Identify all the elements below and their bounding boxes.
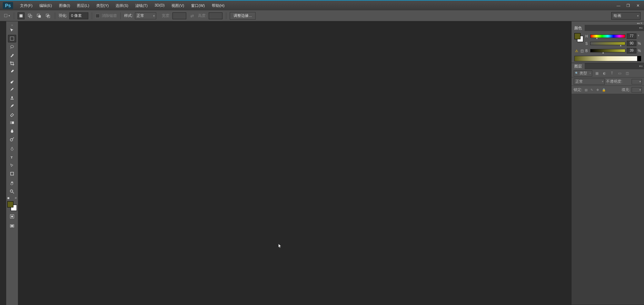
layers-tab[interactable]: 图层 bbox=[572, 63, 585, 70]
blur-tool[interactable] bbox=[8, 127, 16, 135]
menu-filter[interactable]: 滤镜(T) bbox=[132, 1, 151, 10]
filter-pixel-icon[interactable]: ▦ bbox=[594, 70, 600, 77]
blend-mode-select[interactable]: 正常 bbox=[574, 79, 605, 85]
menu-image[interactable]: 图像(I) bbox=[56, 1, 73, 10]
filter-adjust-icon[interactable]: ◐ bbox=[601, 70, 607, 77]
layers-panel: 图层 ▾≡ 类型÷ ▦ ◐ T ▭ ◫ 正常 不透明度: ▾ 锁定 bbox=[572, 63, 644, 305]
saturation-value[interactable]: 90 bbox=[627, 41, 636, 46]
websafe-icon[interactable]: ◫ bbox=[580, 49, 584, 53]
selection-add-icon[interactable] bbox=[27, 12, 33, 19]
saturation-unit: % bbox=[638, 42, 641, 45]
filter-text-icon[interactable]: T bbox=[609, 70, 615, 77]
menu-bar: 文件(F) 编辑(E) 图像(I) 图层(L) 类型(Y) 选择(S) 滤镜(T… bbox=[17, 1, 614, 10]
svg-rect-16 bbox=[11, 172, 14, 175]
quickmask-tool[interactable] bbox=[8, 213, 16, 220]
menu-file[interactable]: 文件(F) bbox=[17, 1, 36, 10]
brightness-slider[interactable] bbox=[590, 49, 625, 52]
toolbox: T ◼ ⤭ bbox=[6, 21, 18, 305]
selection-intersect-icon[interactable] bbox=[44, 12, 51, 19]
menu-layer[interactable]: 图层(L) bbox=[73, 1, 92, 10]
workspace-switcher[interactable]: 绘画 bbox=[611, 12, 641, 20]
selection-new-icon[interactable] bbox=[18, 12, 24, 19]
gamut-warning-icon[interactable]: ⚠ bbox=[574, 49, 578, 53]
eraser-tool[interactable] bbox=[8, 111, 16, 118]
layers-panel-menu-icon[interactable]: ▾≡ bbox=[638, 64, 644, 68]
menu-3d[interactable]: 3D(D) bbox=[151, 1, 168, 10]
selection-subtract-icon[interactable] bbox=[36, 12, 42, 19]
svg-point-19 bbox=[11, 215, 13, 217]
gradient-tool[interactable] bbox=[8, 119, 16, 126]
color-ramp[interactable] bbox=[574, 56, 641, 61]
filter-shape-icon[interactable]: ▭ bbox=[616, 70, 623, 77]
antialias-label: 消除锯齿 bbox=[102, 13, 117, 18]
close-button[interactable]: ✕ bbox=[633, 2, 643, 9]
panel-color-swatches[interactable] bbox=[574, 33, 583, 42]
style-label: 样式: bbox=[124, 13, 133, 18]
eyedropper-tool[interactable] bbox=[8, 68, 16, 75]
canvas-area[interactable] bbox=[18, 21, 572, 305]
color-tab[interactable]: 颜色 bbox=[572, 25, 585, 31]
saturation-slider[interactable] bbox=[590, 42, 625, 45]
minimize-button[interactable]: — bbox=[614, 2, 623, 9]
color-panel-menu-icon[interactable]: ▾≡ bbox=[638, 26, 644, 30]
healing-brush-tool[interactable] bbox=[8, 78, 16, 85]
dodge-tool[interactable] bbox=[8, 135, 16, 143]
menu-help[interactable]: 帮助(H) bbox=[208, 1, 228, 10]
style-select[interactable]: 正常 bbox=[135, 12, 156, 19]
layers-list[interactable] bbox=[572, 94, 644, 305]
hue-slider[interactable] bbox=[590, 34, 625, 38]
feather-input[interactable] bbox=[69, 12, 88, 19]
svg-text:T: T bbox=[11, 155, 13, 159]
move-tool[interactable] bbox=[8, 27, 16, 34]
menu-select[interactable]: 选择(S) bbox=[112, 1, 132, 10]
dock-collapse-handle[interactable]: ◂◂ ✕ bbox=[572, 21, 644, 25]
lock-transparency-icon[interactable]: ▨ bbox=[584, 88, 588, 92]
opacity-value[interactable]: ▾ bbox=[632, 79, 642, 84]
layer-filter-type[interactable]: 类型÷ bbox=[574, 70, 592, 77]
hand-tool[interactable] bbox=[8, 180, 16, 187]
shape-tool[interactable] bbox=[8, 170, 16, 177]
filter-smart-icon[interactable]: ◫ bbox=[624, 70, 630, 77]
swap-wh-icon: ⇄ bbox=[190, 13, 194, 18]
swap-colors-icon[interactable]: ⤭ bbox=[14, 196, 17, 200]
svg-point-14 bbox=[10, 139, 13, 141]
lock-label: 锁定: bbox=[574, 87, 582, 92]
zoom-tool[interactable] bbox=[8, 188, 16, 195]
hue-label: H bbox=[585, 34, 589, 38]
path-selection-tool[interactable] bbox=[8, 162, 16, 169]
antialias-checkbox[interactable] bbox=[96, 14, 100, 18]
menu-edit[interactable]: 编辑(E) bbox=[36, 1, 56, 10]
magic-wand-tool[interactable] bbox=[8, 51, 16, 59]
history-brush-tool[interactable] bbox=[8, 102, 16, 110]
screenmode-tool[interactable] bbox=[8, 222, 16, 230]
toolbox-collapse-handle[interactable] bbox=[7, 24, 17, 26]
lock-pixels-icon[interactable]: ✎ bbox=[589, 88, 594, 92]
fill-value[interactable]: ▾ bbox=[632, 87, 642, 93]
color-swatches[interactable] bbox=[7, 201, 17, 211]
lock-position-icon[interactable]: ✥ bbox=[595, 88, 600, 92]
crop-tool[interactable] bbox=[8, 60, 16, 67]
title-bar: Ps 文件(F) 编辑(E) 图像(I) 图层(L) 类型(Y) 选择(S) 滤… bbox=[0, 0, 644, 10]
text-tool[interactable]: T bbox=[8, 153, 16, 161]
menu-type[interactable]: 类型(Y) bbox=[93, 1, 112, 10]
menu-window[interactable]: 窗口(W) bbox=[188, 1, 208, 10]
refine-edge-button[interactable]: 调整边缘... bbox=[230, 12, 256, 20]
lock-all-icon[interactable]: 🔒 bbox=[601, 88, 606, 92]
default-colors-icon[interactable]: ◼ bbox=[7, 196, 10, 200]
marquee-tool[interactable] bbox=[8, 35, 16, 42]
menu-view[interactable]: 视图(V) bbox=[168, 1, 188, 10]
panel-fg-color[interactable] bbox=[574, 33, 581, 39]
height-input bbox=[209, 12, 222, 19]
svg-rect-1 bbox=[20, 14, 23, 17]
brush-tool[interactable] bbox=[8, 86, 16, 93]
clone-stamp-tool[interactable] bbox=[8, 94, 16, 102]
pen-tool[interactable] bbox=[8, 145, 16, 153]
foreground-color[interactable] bbox=[7, 201, 13, 207]
window-controls: — ❐ ✕ bbox=[614, 2, 643, 9]
lasso-tool[interactable] bbox=[8, 43, 16, 51]
tool-preset-picker[interactable]: ▾ bbox=[3, 12, 10, 19]
maximize-button[interactable]: ❐ bbox=[623, 2, 633, 9]
opacity-label: 不透明度: bbox=[606, 79, 630, 84]
hue-value[interactable]: 77 bbox=[627, 33, 636, 39]
brightness-value[interactable]: 39 bbox=[627, 48, 636, 53]
